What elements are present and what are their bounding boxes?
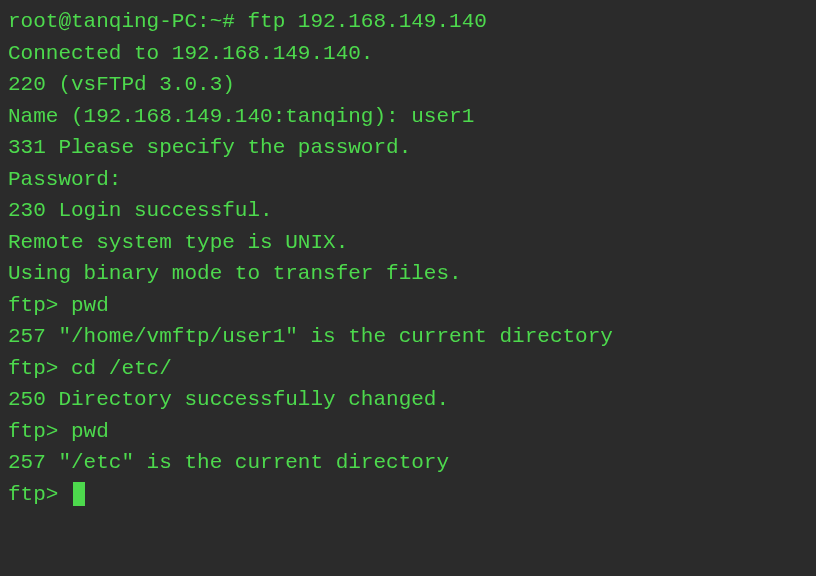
terminal-prompt: ftp> — [8, 483, 71, 506]
terminal-prompt-line[interactable]: ftp> — [8, 479, 808, 511]
terminal-line: ftp> pwd — [8, 290, 808, 322]
cursor-icon — [73, 482, 85, 506]
terminal-line: Remote system type is UNIX. — [8, 227, 808, 259]
terminal-line: 250 Directory successfully changed. — [8, 384, 808, 416]
terminal-line: ftp> pwd — [8, 416, 808, 448]
terminal-output[interactable]: root@tanqing-PC:~# ftp 192.168.149.140 C… — [8, 6, 808, 510]
terminal-line: 220 (vsFTPd 3.0.3) — [8, 69, 808, 101]
terminal-line: 331 Please specify the password. — [8, 132, 808, 164]
terminal-line: Name (192.168.149.140:tanqing): user1 — [8, 101, 808, 133]
terminal-line: Password: — [8, 164, 808, 196]
terminal-line: ftp> cd /etc/ — [8, 353, 808, 385]
terminal-line: Using binary mode to transfer files. — [8, 258, 808, 290]
terminal-line: 230 Login successful. — [8, 195, 808, 227]
terminal-line: root@tanqing-PC:~# ftp 192.168.149.140 — [8, 6, 808, 38]
terminal-line: 257 "/etc" is the current directory — [8, 447, 808, 479]
terminal-line: 257 "/home/vmftp/user1" is the current d… — [8, 321, 808, 353]
terminal-line: Connected to 192.168.149.140. — [8, 38, 808, 70]
